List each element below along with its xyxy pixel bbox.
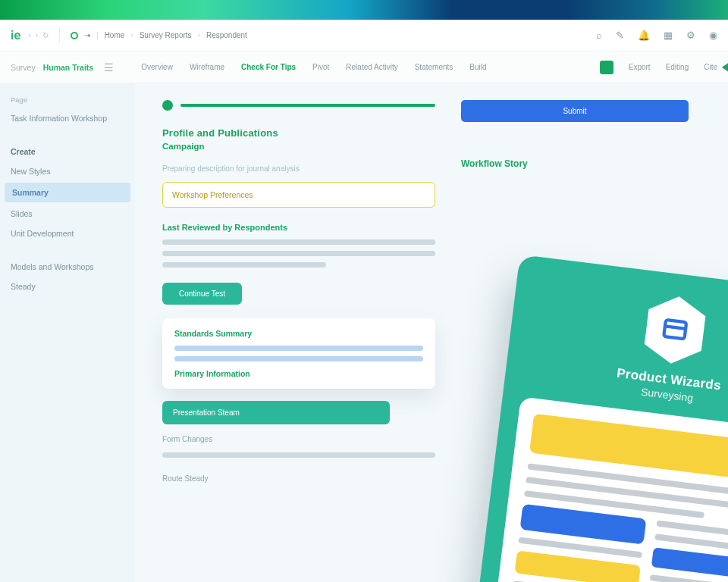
sidebar-item-slides[interactable]: Slides [0,204,135,224]
back-icon[interactable]: ‹ [28,31,30,39]
progress-line [180,104,435,107]
sidebar-item-summary[interactable]: Summary [5,183,130,202]
form-changes-label: Form Changes [162,435,435,443]
tab-overview[interactable]: Overview [141,63,173,71]
progress-dot-icon [162,100,173,111]
card-title[interactable]: Standards Summary [174,329,423,338]
reload-icon[interactable]: ↻ [42,31,49,39]
tab-related[interactable]: Related Activity [346,63,397,71]
cite-link[interactable]: Cite [704,63,717,71]
forward-icon[interactable]: › [36,31,38,39]
device-panel [491,396,728,582]
right-column: Submit Workflow Story [461,100,696,169]
tab-check-tips[interactable]: Check For Tips [241,63,296,71]
sidebar-item-styles[interactable]: New Styles [0,161,135,181]
sidebar-item-unit[interactable]: Unit Development [0,224,135,243]
page-title: Human Traits [43,63,94,72]
placeholder-line [162,251,435,256]
page-kind-label: Survey [11,63,36,72]
tab-build[interactable]: Build [469,63,486,71]
export-link[interactable]: Export [629,63,651,71]
content-area: Profile and Publications Campaign Prepar… [135,83,728,582]
panel-hero-block [529,414,728,484]
placeholder-line [162,239,435,245]
presentation-button[interactable]: Presentation Steam [162,401,390,424]
section-heading: Profile and Publications [162,127,435,139]
sidebar-item-models[interactable]: Models and Workshops [0,257,135,277]
breadcrumb-home[interactable]: Home [105,31,125,39]
tab-wireframe[interactable]: Wireframe [190,63,224,71]
separator [59,28,60,43]
tab-statements[interactable]: Statements [415,63,453,71]
browser-chrome: ie ‹ › ↻ ⇥ | Home › Survey Reports › Res… [0,20,728,52]
edit-icon[interactable]: ✎ [616,30,624,41]
sidebar-item-steady[interactable]: Steady [0,277,135,296]
bell-icon[interactable]: 🔔 [638,30,650,41]
panel-block [520,504,647,545]
placeholder-line [162,262,326,268]
avatar-icon[interactable]: ◉ [709,30,717,41]
workflow-heading: Workflow Story [461,158,696,169]
history-nav: ‹ › ↻ [28,31,49,39]
sidebar-group-label: Page [0,91,135,108]
search-icon[interactable]: ⌕ [596,30,602,41]
promo-device-card: Product Wizards Surveysing [468,255,728,582]
card-sub-label: Primary Information [174,369,423,378]
gear-icon[interactable]: ⚙ [686,30,695,41]
reviewed-link[interactable]: Last Reviewed by Respondents [162,223,435,232]
placeholder-line [174,356,423,361]
placeholder-line [650,574,728,582]
section-subheading: Campaign [162,142,435,151]
collapse-right-icon[interactable] [722,52,728,83]
editing-link[interactable]: Editing [666,63,689,71]
apps-icon[interactable]: ▦ [664,30,673,41]
tab-pivot[interactable]: Pivot [312,63,329,71]
svg-marker-0 [642,293,708,368]
workshop-input[interactable]: Workshop Preferences [162,182,435,208]
sidebar: Page Task Information Workshop Create Ne… [0,83,135,582]
route-steady-label: Route Steady [162,474,435,483]
crumb-misc-icon: ⇥ [84,31,90,39]
record-dot-icon [71,32,78,39]
breadcrumb-mid[interactable]: Survey Reports [140,31,192,39]
hex-badge-icon [639,290,712,371]
tab-bar: Overview Wireframe Check For Tips Pivot … [141,63,486,71]
sidebar-item-create[interactable]: Create [0,142,135,161]
menu-icon[interactable]: ☰ [104,61,114,74]
subnav-actions: Export Editing Cite [600,61,717,74]
page-subnav: Survey Human Traits ☰ Overview Wireframe… [0,52,728,83]
breadcrumb-leaf[interactable]: Respondent [206,31,247,39]
chrome-actions: ⌕ ✎ 🔔 ▦ ⚙ ◉ [596,30,717,41]
submit-button[interactable]: Submit [461,100,689,122]
placeholder-line [162,452,435,458]
progress-indicator [162,100,435,111]
window-gradient-bar [0,0,728,20]
export-app-icon[interactable] [600,61,613,74]
app-brand: ie [11,29,20,42]
placeholder-line [174,346,423,351]
section-meta: Preparing description for journal analys… [162,164,435,173]
continue-button[interactable]: Continue Test [162,283,242,305]
breadcrumb: ⇥ | Home › Survey Reports › Respondent [71,31,247,39]
summary-card: Standards Summary Primary Information [162,318,435,389]
sidebar-item[interactable]: Task Information Workshop [0,108,135,128]
